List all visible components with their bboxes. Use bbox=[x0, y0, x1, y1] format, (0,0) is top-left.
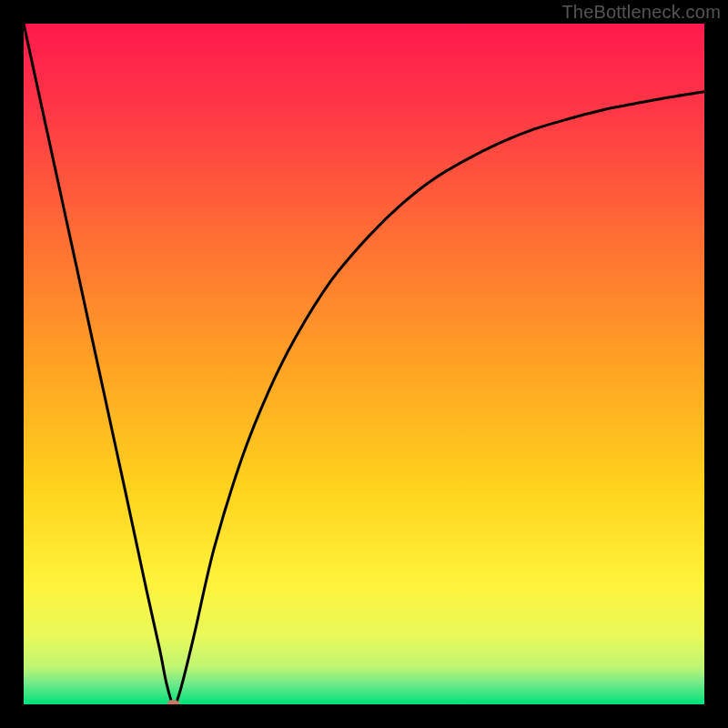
chart-frame: TheBottleneck.com bbox=[0, 0, 728, 728]
watermark-text: TheBottleneck.com bbox=[561, 2, 721, 23]
gradient-background bbox=[24, 24, 704, 704]
bottleneck-chart bbox=[24, 24, 704, 704]
